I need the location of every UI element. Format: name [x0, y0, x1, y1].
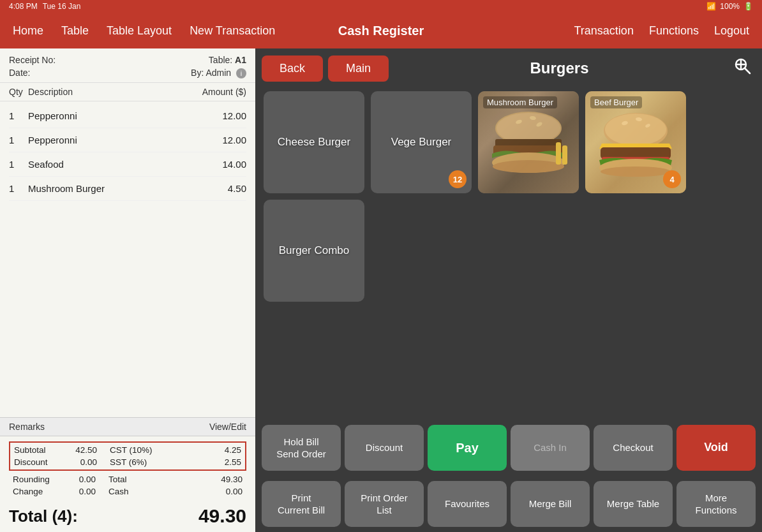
- menu-category-title: Burgers: [394, 59, 725, 77]
- remarks-row: Remarks View/Edit: [0, 418, 255, 436]
- item-desc: Pepperonni: [28, 110, 202, 121]
- discount-button[interactable]: Discount: [345, 425, 424, 471]
- table-row[interactable]: 1 Seafood 14.00: [9, 152, 246, 177]
- menu-top-bar: Back Main Burgers: [255, 48, 762, 88]
- nav-home[interactable]: Home: [13, 24, 43, 38]
- nav-functions[interactable]: Functions: [649, 24, 699, 38]
- svg-rect-13: [556, 142, 561, 165]
- svg-point-12: [493, 160, 564, 173]
- favourites-button[interactable]: Favourites: [428, 481, 507, 527]
- grand-total-value: 49.30: [198, 505, 246, 527]
- action-buttons-row2: PrintCurrent Bill Print OrderList Favour…: [255, 476, 762, 532]
- nav-table-layout[interactable]: Table Layout: [107, 24, 172, 38]
- svg-line-1: [745, 68, 750, 73]
- menu-item-label: Burger Combo: [274, 239, 355, 262]
- item-desc: Mushroom Burger: [28, 183, 202, 194]
- grand-total-label: Total (4):: [9, 506, 78, 526]
- merge-bill-button[interactable]: Merge Bill: [511, 481, 590, 527]
- table-row[interactable]: 1 Pepperonni 12.00: [9, 104, 246, 128]
- receipt-header: Receipt No: Table: A1 Date: By: Admin i: [0, 48, 255, 83]
- view-edit-link[interactable]: View/Edit: [209, 422, 246, 432]
- item-desc: Pepperonni: [28, 135, 202, 145]
- merge-table-button[interactable]: Merge Table: [594, 481, 673, 527]
- item-qty: 1: [9, 159, 28, 170]
- col-qty-header: Qty: [9, 87, 28, 97]
- receipt-footer: Remarks View/Edit Subtotal 42.50 CST (10…: [0, 417, 255, 532]
- action-buttons-row1: Hold BillSend Order Discount Pay Cash In…: [255, 420, 762, 476]
- subtotal-row: Subtotal 42.50 CST (10%) 4.25: [14, 444, 241, 456]
- main-button[interactable]: Main: [328, 55, 389, 82]
- nav-left: Home Table Table Layout New Transaction: [13, 24, 275, 38]
- menu-items-grid: Cheese Burger Vege Burger 12: [255, 88, 762, 420]
- info-icon[interactable]: i: [236, 68, 246, 78]
- right-panel: Back Main Burgers Cheese Burger: [255, 48, 762, 532]
- time-display: 4:08 PM: [9, 2, 38, 11]
- menu-item-label: Mushroom Burger: [483, 96, 557, 108]
- by-info: By: Admin i: [191, 68, 246, 78]
- svg-point-5: [497, 113, 560, 144]
- item-amount: 12.00: [202, 135, 246, 145]
- back-button[interactable]: Back: [262, 55, 323, 82]
- item-amount: 4.50: [202, 183, 246, 194]
- print-order-list-button[interactable]: Print OrderList: [345, 481, 424, 527]
- beef-burger-badge: 4: [663, 170, 681, 188]
- table-info: Table: A1: [209, 55, 246, 65]
- totals-grid: Subtotal 42.50 CST (10%) 4.25 Discount 0…: [0, 436, 255, 500]
- menu-item-label: Cheese Burger: [273, 131, 355, 154]
- print-current-bill-button[interactable]: PrintCurrent Bill: [262, 481, 341, 527]
- checkout-button[interactable]: Checkout: [594, 425, 673, 471]
- item-amount: 14.00: [202, 159, 246, 170]
- svg-point-24: [601, 166, 671, 177]
- menu-item-cheese-burger[interactable]: Cheese Burger: [264, 91, 364, 193]
- date-display: Tue 16 Jan: [43, 2, 81, 11]
- battery-icon: 🔋: [743, 2, 753, 11]
- menu-item-label: Vege Burger: [386, 131, 457, 154]
- menu-item-label: Beef Burger: [590, 96, 642, 108]
- item-qty: 1: [9, 110, 28, 121]
- nav-logout[interactable]: Logout: [714, 24, 749, 38]
- item-qty: 1: [9, 183, 28, 194]
- menu-item-vege-burger[interactable]: Vege Burger 12: [371, 91, 472, 193]
- receipt-panel: Receipt No: Table: A1 Date: By: Admin i …: [0, 48, 255, 532]
- hold-bill-send-order-button[interactable]: Hold BillSend Order: [262, 425, 341, 471]
- grand-total-line: Total (4): 49.30: [0, 500, 255, 532]
- table-row[interactable]: 1 Pepperonni 12.00: [9, 128, 246, 152]
- nav-table[interactable]: Table: [61, 24, 89, 38]
- table-row[interactable]: 1 Mushroom Burger 4.50: [9, 177, 246, 201]
- date-label: Date:: [9, 68, 30, 78]
- more-functions-button[interactable]: MoreFunctions: [676, 481, 756, 527]
- app-title: Cash Register: [338, 24, 424, 38]
- item-desc: Seafood: [28, 159, 202, 170]
- col-desc-header: Description: [28, 87, 202, 97]
- svg-rect-14: [562, 145, 567, 165]
- change-row: Change 0.00 Cash 0.00: [9, 485, 246, 498]
- search-icon-button[interactable]: [730, 54, 756, 83]
- item-amount: 12.00: [202, 110, 246, 121]
- vege-burger-badge: 12: [449, 170, 467, 188]
- receipt-items-list: 1 Pepperonni 12.00 1 Pepperonni 12.00 1 …: [0, 101, 255, 417]
- discount-row: Discount 0.00 SST (6%) 2.55: [14, 456, 241, 468]
- menu-item-mushroom-burger[interactable]: Mushroom Burger: [478, 91, 579, 193]
- nav-right: Transaction Functions Logout: [574, 24, 749, 38]
- highlighted-totals: Subtotal 42.50 CST (10%) 4.25 Discount 0…: [9, 441, 246, 471]
- rounding-row: Rounding 0.00 Total 49.30: [9, 473, 246, 485]
- void-button[interactable]: Void: [676, 425, 756, 471]
- receipt-column-headers: Qty Description Amount ($): [0, 83, 255, 101]
- item-qty: 1: [9, 135, 28, 145]
- receipt-no-label: Receipt No:: [9, 55, 56, 65]
- nav-transaction[interactable]: Transaction: [574, 24, 634, 38]
- menu-item-beef-burger[interactable]: Beef Burger 4: [585, 91, 686, 193]
- nav-new-transaction[interactable]: New Transaction: [190, 24, 275, 38]
- remarks-label: Remarks: [9, 422, 45, 432]
- wifi-icon: 📶: [706, 2, 716, 11]
- svg-point-16: [605, 114, 666, 145]
- battery-display: 100%: [720, 2, 740, 11]
- menu-item-burger-combo[interactable]: Burger Combo: [264, 200, 364, 302]
- col-amount-header: Amount ($): [202, 87, 246, 97]
- cash-in-button[interactable]: Cash In: [511, 425, 590, 471]
- pay-button[interactable]: Pay: [428, 425, 507, 471]
- menu-area: Back Main Burgers Cheese Burger: [255, 48, 762, 420]
